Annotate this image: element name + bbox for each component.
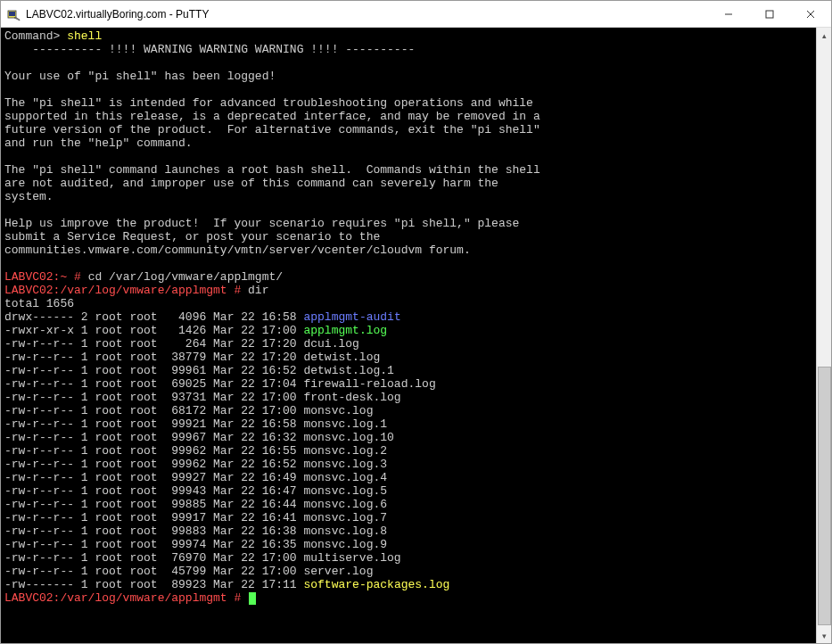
minimize-button[interactable] xyxy=(708,1,749,28)
terminal-line: -rw-r--r-- 1 root root 99883 Mar 22 16:3… xyxy=(4,524,814,538)
terminal-line: are not audited, and improper use of thi… xyxy=(4,177,814,190)
terminal-line: The "pi shell" is intended for advanced … xyxy=(4,96,814,110)
window-controls xyxy=(708,1,831,28)
terminal-line: -rw------- 1 root root 89923 Mar 22 17:1… xyxy=(4,578,814,591)
terminal-line: and run the "help" command. xyxy=(4,136,814,150)
terminal-line: -rw-r--r-- 1 root root 99943 Mar 22 16:4… xyxy=(4,484,814,498)
scrollbar[interactable]: ▴ ▾ xyxy=(816,28,831,643)
terminal-line: -rw-r--r-- 1 root root 99961 Mar 22 16:5… xyxy=(4,364,814,377)
terminal-line: future version of the product. For alter… xyxy=(4,123,814,136)
scroll-thumb[interactable] xyxy=(818,367,831,625)
terminal-line: -rw-r--r-- 1 root root 69025 Mar 22 17:0… xyxy=(4,377,814,391)
terminal-line: LABVC02:/var/log/vmware/applmgmt # dir xyxy=(4,284,814,297)
terminal-line xyxy=(4,83,814,96)
terminal-line: Help us improve the product! If your sce… xyxy=(4,217,814,230)
close-button[interactable] xyxy=(790,1,831,28)
terminal-line: Your use of "pi shell" has been logged! xyxy=(4,70,814,83)
terminal-line: -rw-r--r-- 1 root root 76970 Mar 22 17:0… xyxy=(4,551,814,565)
terminal-line xyxy=(4,203,814,217)
terminal-line: -rw-r--r-- 1 root root 99917 Mar 22 16:4… xyxy=(4,511,814,524)
maximize-button[interactable] xyxy=(749,1,790,28)
terminal-line: -rw-r--r-- 1 root root 99967 Mar 22 16:3… xyxy=(4,431,814,444)
terminal-line: submit a Service Request, or post your s… xyxy=(4,230,814,244)
terminal-line: -rw-r--r-- 1 root root 93731 Mar 22 17:0… xyxy=(4,391,814,404)
terminal-line: -rw-r--r-- 1 root root 264 Mar 22 17:20 … xyxy=(4,337,814,351)
terminal-line: -rwxr-xr-x 1 root root 1426 Mar 22 17:00… xyxy=(4,324,814,337)
terminal-line: -rw-r--r-- 1 root root 99974 Mar 22 16:3… xyxy=(4,538,814,551)
putty-window: LABVC02.virtuallyBoring.com - PuTTY Comm… xyxy=(0,0,832,644)
terminal-line: Command> shell xyxy=(4,29,814,43)
terminal[interactable]: Command> shell ---------- !!!! WARNING W… xyxy=(1,28,816,643)
svg-rect-1 xyxy=(9,12,15,16)
terminal-line: system. xyxy=(4,190,814,203)
terminal-line: -rw-r--r-- 1 root root 45799 Mar 22 17:0… xyxy=(4,565,814,578)
svg-rect-3 xyxy=(766,11,773,18)
titlebar[interactable]: LABVC02.virtuallyBoring.com - PuTTY xyxy=(1,1,831,28)
terminal-line: LABVC02:/var/log/vmware/applmgmt # xyxy=(4,591,814,605)
terminal-line: ---------- !!!! WARNING WARNING WARNING … xyxy=(4,43,814,56)
terminal-line: -rw-r--r-- 1 root root 99885 Mar 22 16:4… xyxy=(4,498,814,511)
cursor xyxy=(249,592,256,605)
terminal-line: drwx------ 2 root root 4096 Mar 22 16:58… xyxy=(4,310,814,324)
terminal-line: total 1656 xyxy=(4,297,814,310)
putty-icon xyxy=(6,7,21,21)
terminal-line: -rw-r--r-- 1 root root 99927 Mar 22 16:4… xyxy=(4,471,814,484)
terminal-line: -rw-r--r-- 1 root root 38779 Mar 22 17:2… xyxy=(4,351,814,364)
terminal-line: -rw-r--r-- 1 root root 99962 Mar 22 16:5… xyxy=(4,444,814,458)
terminal-line: -rw-r--r-- 1 root root 99921 Mar 22 16:5… xyxy=(4,417,814,431)
terminal-line: communities.vmware.com/community/vmtn/se… xyxy=(4,244,814,257)
terminal-area: Command> shell ---------- !!!! WARNING W… xyxy=(1,28,831,643)
window-title: LABVC02.virtuallyBoring.com - PuTTY xyxy=(26,8,708,21)
terminal-line: -rw-r--r-- 1 root root 99962 Mar 22 16:5… xyxy=(4,458,814,471)
terminal-line xyxy=(4,56,814,70)
terminal-line: The "pi shell" command launches a root b… xyxy=(4,163,814,177)
terminal-line: supported in this release, is a deprecat… xyxy=(4,110,814,123)
terminal-line: -rw-r--r-- 1 root root 68172 Mar 22 17:0… xyxy=(4,404,814,417)
scroll-down-icon[interactable]: ▾ xyxy=(817,628,831,643)
terminal-line xyxy=(4,150,814,163)
terminal-line: LABVC02:~ # cd /var/log/vmware/applmgmt/ xyxy=(4,270,814,284)
terminal-line xyxy=(4,257,814,270)
scroll-up-icon[interactable]: ▴ xyxy=(817,28,831,43)
